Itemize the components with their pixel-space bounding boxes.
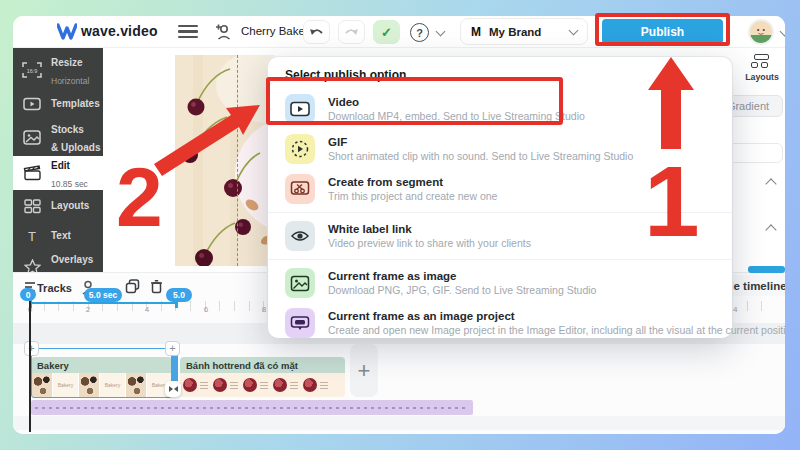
sidebar-item-templates[interactable]: Templates [13, 90, 103, 118]
sidebar-item-layouts[interactable]: Layouts [13, 192, 103, 220]
add-person-icon[interactable] [213, 24, 233, 40]
publish-dropdown-menu: Select publish option Video Download MP4… [268, 57, 732, 338]
menu-item-current-frame-as-image-project[interactable]: Current frame as an image project Create… [268, 303, 732, 343]
sidebar-item-stocks-uploads[interactable]: Stocks& Uploads [13, 120, 103, 154]
ruler-tick: 6 [199, 305, 213, 314]
layouts-panel-icon [751, 54, 773, 69]
clip-selection-outline [31, 348, 172, 398]
svg-text:16:9: 16:9 [27, 68, 38, 74]
avatar[interactable] [748, 19, 774, 45]
brand-chevron-down-icon [569, 25, 579, 35]
publish-button[interactable]: Publish [602, 19, 723, 44]
topbar: wave.video Cherry Bakery. ✓ ? M My Brand [13, 16, 785, 48]
ruler-tick: 2 [81, 305, 95, 314]
collapse-chevron-up-icon[interactable] [765, 178, 776, 189]
layouts-icon [21, 199, 43, 214]
menu-item-current-frame-as-image[interactable]: Current frame as image Download PNG, JPG… [268, 263, 732, 303]
eye-icon [285, 221, 315, 251]
tracks-label[interactable]: Tracks [37, 282, 72, 294]
undo-button[interactable] [303, 20, 330, 44]
scissors-segment-icon [285, 174, 315, 204]
panel-accent-bar [748, 266, 785, 273]
resize-icon: 16:9 [21, 62, 43, 78]
timeline-clip-banh[interactable]: Bánh hottrend đã có mặt [180, 357, 345, 397]
clip-thumbnails [180, 373, 345, 397]
screenshot-frame: wave.video Cherry Bakery. ✓ ? M My Brand [0, 0, 800, 450]
redo-button[interactable] [338, 20, 365, 44]
gif-icon [285, 134, 315, 164]
image-project-icon [285, 308, 315, 338]
sidebar-item-text[interactable]: T Text [13, 222, 103, 250]
publish-menu-header: Select publish option [268, 68, 732, 89]
track-lane [13, 416, 785, 430]
menu-divider [268, 212, 732, 213]
add-clip-after-button[interactable]: + [165, 341, 180, 356]
help-button[interactable]: ? [410, 23, 429, 42]
brand-selector[interactable]: M My Brand [460, 18, 588, 45]
saved-check-button[interactable]: ✓ [373, 20, 400, 44]
range-start-badge[interactable]: 0 [20, 288, 36, 301]
ruler-tick: 4 [140, 305, 154, 314]
playhead[interactable] [29, 301, 31, 432]
menu-item-video[interactable]: Video Download MP4, embed. Send to Live … [268, 89, 732, 129]
clip-label: Bánh hottrend đã có mặt [180, 357, 345, 373]
add-clip-before-button[interactable]: + [24, 341, 39, 356]
sidebar-item-resize[interactable]: 16:9 ResizeHorizontal [13, 52, 103, 88]
menu-item-white-label-link[interactable]: White label link Video preview link to s… [268, 216, 732, 256]
help-chevron-down-icon[interactable] [436, 27, 446, 37]
sidebar: 16:9 ResizeHorizontal Templates Stocks& … [13, 48, 103, 272]
collapse-chevron-up-icon[interactable] [765, 224, 776, 235]
audio-track[interactable] [31, 400, 473, 415]
brand-name: My Brand [489, 26, 562, 38]
video-icon [285, 94, 315, 124]
stocks-icon [21, 130, 43, 145]
menu-item-create-from-segment[interactable]: Create from segment Trim this project an… [268, 169, 732, 209]
add-clip-button[interactable]: + [350, 344, 378, 397]
crop-guide-line[interactable] [237, 55, 238, 266]
edit-clapperboard-icon [21, 165, 43, 181]
brand-initial: M [471, 25, 481, 39]
ruler-selection-range[interactable] [30, 302, 177, 304]
transition-handle[interactable] [165, 381, 181, 397]
app-window: wave.video Cherry Bakery. ✓ ? M My Brand [13, 16, 785, 434]
account-chevron-down-icon[interactable] [780, 27, 785, 37]
menu-divider [268, 259, 732, 260]
hamburger-menu-icon[interactable] [178, 25, 198, 39]
layouts-panel-button[interactable]: Layouts [739, 54, 785, 96]
menu-item-gif[interactable]: GIF Short animated clip with no sound. S… [268, 129, 732, 169]
duplicate-icon[interactable] [125, 279, 140, 294]
range-end-badge[interactable]: 5.0 [166, 288, 192, 302]
logo-text: wave.video [81, 23, 158, 39]
clip-duration-badge[interactable]: 5.0 sec [84, 288, 122, 302]
templates-icon [21, 97, 43, 111]
video-preview-canvas[interactable] [175, 55, 275, 266]
text-icon: T [21, 229, 43, 244]
image-icon [285, 268, 315, 298]
sidebar-item-edit[interactable]: Edit10.85 sec [13, 156, 103, 190]
delete-trash-icon[interactable] [150, 279, 163, 294]
wave-video-logo-icon [57, 23, 77, 40]
